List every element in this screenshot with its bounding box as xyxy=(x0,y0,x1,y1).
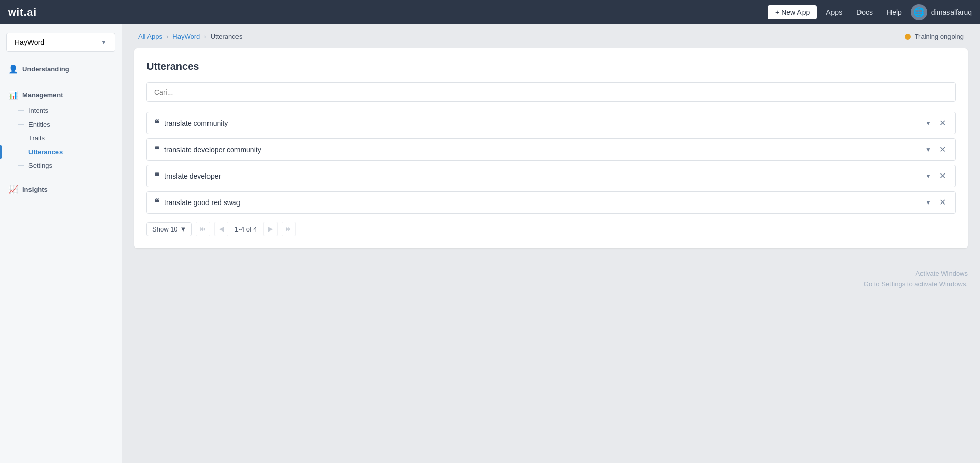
sidebar-item-entities[interactable]: Entities xyxy=(0,118,122,131)
pagination-prev-button[interactable]: ◀ xyxy=(214,222,228,236)
activate-windows-watermark: Activate Windows Go to Settings to activ… xyxy=(122,261,980,298)
activate-windows-line2: Go to Settings to activate Windows. xyxy=(134,279,968,290)
pagination-next-button[interactable]: ▶ xyxy=(263,222,278,236)
activate-windows-line1: Activate Windows xyxy=(134,269,968,279)
breadcrumb-bar: All Apps › HayWord › Utterances Training… xyxy=(122,24,980,48)
sidebar-item-insights[interactable]: 📈 Insights xyxy=(0,181,122,198)
app-selector-name: HayWord xyxy=(15,38,44,46)
user-name: dimasalfaruq xyxy=(931,8,972,16)
training-status-dot xyxy=(905,34,911,40)
show-select-label: Show 10 xyxy=(152,225,178,233)
utterance-actions-4: ▼ ✕ xyxy=(923,197,948,208)
utterances-card: Utterances ❝ translate community ▼ ✕ ❝ t… xyxy=(134,48,968,248)
management-icon: 📊 xyxy=(8,90,18,100)
breadcrumb-sep-1: › xyxy=(166,33,168,40)
breadcrumb-sep-2: › xyxy=(204,33,206,40)
understanding-icon: 👤 xyxy=(8,64,18,74)
show-select[interactable]: Show 10 ▼ xyxy=(146,222,192,236)
table-row: ❝ translate community ▼ ✕ xyxy=(146,112,956,134)
breadcrumb-all-apps[interactable]: All Apps xyxy=(138,33,162,40)
logo: wit.ai xyxy=(8,7,37,18)
utterance-text-1: translate community xyxy=(164,119,918,127)
pagination-first-button[interactable]: ⏮ xyxy=(196,222,210,236)
breadcrumb-app-name[interactable]: HayWord xyxy=(172,33,200,40)
show-select-chevron: ▼ xyxy=(180,225,187,233)
settings-label: Settings xyxy=(28,162,52,169)
quote-icon-4: ❝ xyxy=(154,197,159,208)
utterance-close-1[interactable]: ✕ xyxy=(937,118,948,128)
sidebar-section-understanding-label: Understanding xyxy=(22,65,69,73)
app-selector[interactable]: HayWord ▼ xyxy=(6,33,115,52)
sidebar-item-traits[interactable]: Traits xyxy=(0,131,122,145)
utterances-list: ❝ translate community ▼ ✕ ❝ translate de… xyxy=(146,112,956,214)
sidebar-section-management-label: Management xyxy=(22,91,63,99)
utterance-close-4[interactable]: ✕ xyxy=(937,197,948,208)
sidebar-item-settings[interactable]: Settings xyxy=(0,159,122,172)
help-nav-link[interactable]: Help xyxy=(882,5,907,19)
training-status: Training ongoing xyxy=(905,33,964,40)
training-status-text: Training ongoing xyxy=(915,33,964,40)
breadcrumb-current: Utterances xyxy=(211,33,243,40)
sidebar-section-management: 📊 Management Intents Entities Traits Utt… xyxy=(0,86,122,172)
utterance-dropdown-4[interactable]: ▼ xyxy=(923,198,933,207)
traits-label: Traits xyxy=(28,134,45,142)
utterance-actions-3: ▼ ✕ xyxy=(923,171,948,181)
apps-nav-link[interactable]: Apps xyxy=(821,5,847,19)
breadcrumb: All Apps › HayWord › Utterances xyxy=(138,33,243,40)
utterance-actions-2: ▼ ✕ xyxy=(923,144,948,155)
pagination: Show 10 ▼ ⏮ ◀ 1-4 of 4 ▶ ⏭ xyxy=(146,222,956,236)
avatar[interactable]: 🌐 xyxy=(911,4,927,20)
intents-label: Intents xyxy=(28,107,48,114)
sidebar-item-understanding[interactable]: 👤 Understanding xyxy=(0,60,122,78)
pagination-last-button[interactable]: ⏭ xyxy=(282,222,296,236)
sidebar-item-management[interactable]: 📊 Management xyxy=(0,86,122,104)
main-content: All Apps › HayWord › Utterances Training… xyxy=(122,24,980,463)
top-navigation: wit.ai + New App Apps Docs Help 🌐 dimasa… xyxy=(0,0,980,24)
utterances-label: Utterances xyxy=(28,148,63,156)
utterance-actions-1: ▼ ✕ xyxy=(923,118,948,128)
new-app-button[interactable]: + New App xyxy=(768,5,817,19)
utterance-close-2[interactable]: ✕ xyxy=(937,144,948,155)
page-info: 1-4 of 4 xyxy=(234,225,257,233)
layout: HayWord ▼ 👤 Understanding 📊 Management I… xyxy=(0,24,980,463)
quote-icon-1: ❝ xyxy=(154,118,159,129)
topnav-right: + New App Apps Docs Help 🌐 dimasalfaruq xyxy=(768,4,972,20)
table-row: ❝ translate developer community ▼ ✕ xyxy=(146,138,956,161)
table-row: ❝ trnslate developer ▼ ✕ xyxy=(146,165,956,187)
utterance-text-4: translate good red swag xyxy=(164,198,918,207)
entities-label: Entities xyxy=(28,121,50,128)
docs-nav-link[interactable]: Docs xyxy=(851,5,878,19)
sidebar-item-utterances[interactable]: Utterances xyxy=(0,145,122,159)
utterance-close-3[interactable]: ✕ xyxy=(937,171,948,181)
chevron-down-icon: ▼ xyxy=(101,39,107,46)
utterance-text-2: translate developer community xyxy=(164,146,918,154)
sidebar: HayWord ▼ 👤 Understanding 📊 Management I… xyxy=(0,24,122,463)
quote-icon-3: ❝ xyxy=(154,170,159,182)
search-input[interactable] xyxy=(146,82,956,102)
sidebar-section-insights: 📈 Insights xyxy=(0,181,122,198)
utterance-dropdown-1[interactable]: ▼ xyxy=(923,119,933,128)
topnav-left: wit.ai xyxy=(8,7,37,18)
sidebar-section-insights-label: Insights xyxy=(22,186,48,193)
quote-icon-2: ❝ xyxy=(154,144,159,155)
sidebar-item-intents[interactable]: Intents xyxy=(0,104,122,118)
insights-icon: 📈 xyxy=(8,185,18,194)
utterance-text-3: trnslate developer xyxy=(164,172,918,180)
page-title: Utterances xyxy=(146,61,956,72)
sidebar-section-understanding: 👤 Understanding xyxy=(0,60,122,78)
utterance-dropdown-2[interactable]: ▼ xyxy=(923,145,933,154)
utterance-dropdown-3[interactable]: ▼ xyxy=(923,171,933,181)
table-row: ❝ translate good red swag ▼ ✕ xyxy=(146,191,956,214)
